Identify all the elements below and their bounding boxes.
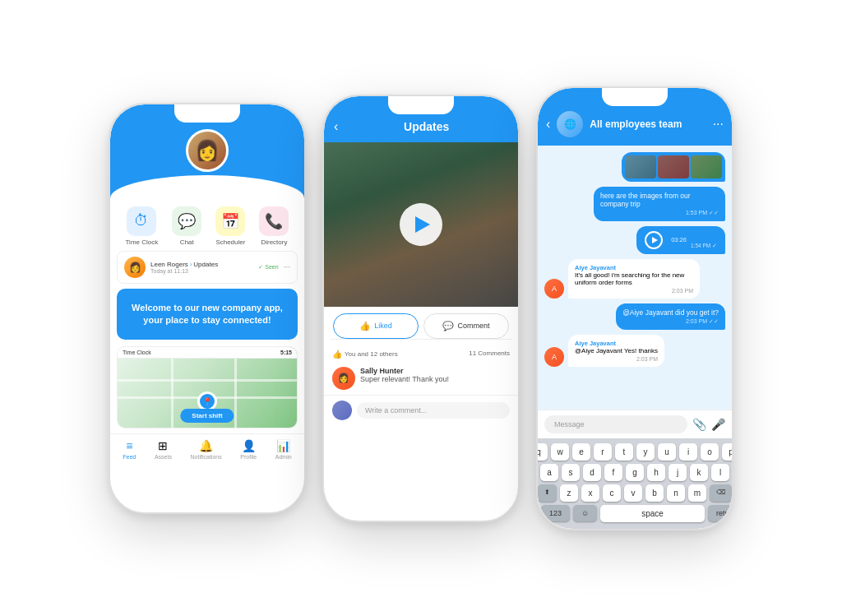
key-v[interactable]: v xyxy=(624,484,642,502)
keyboard-row-3: ⬆ z x c v b n m ⌫ xyxy=(541,484,729,502)
chat-icon: 💬 xyxy=(172,206,201,236)
img-thumb-1 xyxy=(625,155,656,178)
space-key[interactable]: space xyxy=(600,505,705,522)
feed-seen: ✓ Seen xyxy=(258,264,278,271)
keyboard-row-2: a s d f g h j k l xyxy=(541,464,729,481)
key-p[interactable]: p xyxy=(722,443,732,461)
play-button[interactable] xyxy=(400,203,442,246)
nav-assets[interactable]: ⊞ Assets xyxy=(155,439,172,460)
key-e[interactable]: e xyxy=(572,443,590,461)
p3-message-input[interactable]: Message xyxy=(544,415,687,433)
p2-page-title: Updates xyxy=(345,120,508,133)
key-m[interactable]: m xyxy=(688,484,706,502)
mic-icon[interactable]: 🎤 xyxy=(711,418,725,431)
key-i[interactable]: i xyxy=(679,443,697,461)
time-clock-label: Time Clock xyxy=(126,239,159,246)
shift-key[interactable]: ⬆ xyxy=(538,484,557,502)
nav-profile[interactable]: 👤 Profile xyxy=(240,439,257,460)
delete-key[interactable]: ⌫ xyxy=(710,484,732,502)
p1-user-avatar: 👩 xyxy=(186,129,229,172)
scheduler-icon-item[interactable]: 📅 Scheduler xyxy=(215,206,245,246)
key-z[interactable]: z xyxy=(560,484,578,502)
time-clock-icon: ⏱ xyxy=(127,206,156,236)
notch-1 xyxy=(174,104,240,123)
group-avatar: 🌐 xyxy=(557,111,583,137)
nav-feed[interactable]: ≡ Feed xyxy=(123,439,136,460)
notch-3 xyxy=(602,88,668,106)
return-key[interactable]: return xyxy=(708,505,732,521)
sent-msg-2: @Aiye Jayavant did you get it? 2:03 PM ✓… xyxy=(616,303,725,330)
msg-images-row xyxy=(544,152,725,182)
img-thumb-2 xyxy=(658,155,689,178)
emoji-key[interactable]: ☺ xyxy=(573,505,597,521)
admin-nav-icon: 📊 xyxy=(276,439,290,452)
key-y[interactable]: y xyxy=(636,443,655,461)
phone-1: 👩 ⏱ Time Clock 💬 Chat 📅 Scheduler xyxy=(109,103,306,514)
key-d[interactable]: d xyxy=(583,464,601,481)
key-t[interactable]: t xyxy=(615,443,633,461)
comment-button[interactable]: 💬 Comment xyxy=(423,313,509,339)
p2-back-button[interactable]: ‹ xyxy=(334,119,338,134)
feed-item[interactable]: 👩 Leen Rogers › Updates Today at 11:13 ✓… xyxy=(117,251,298,284)
key-c[interactable]: c xyxy=(603,484,621,502)
recv-msg-2-row: A Aiye Jayavant @Aiye Jayavant Yes! than… xyxy=(544,335,725,367)
p2-stats: 👍 You and 12 others 11 Comments xyxy=(324,346,518,362)
key-n[interactable]: n xyxy=(667,484,685,502)
key-a[interactable]: a xyxy=(540,464,558,481)
phone-2: ‹ Updates 👍 Liked 💬 C xyxy=(322,95,520,522)
key-g[interactable]: g xyxy=(626,464,644,481)
write-comment-input[interactable]: Write a comment... xyxy=(357,402,510,419)
key-h[interactable]: h xyxy=(647,464,665,481)
key-f[interactable]: f xyxy=(604,464,622,481)
key-j[interactable]: j xyxy=(669,464,687,481)
feed-user-name: Leen Rogers › Updates xyxy=(150,261,218,268)
feed-options-dots[interactable]: ··· xyxy=(284,262,290,271)
likes-icon: 👍 xyxy=(332,350,342,359)
directory-icon-item[interactable]: 📞 Directory xyxy=(259,206,289,246)
banner-text: Welcome to our new company app, your pla… xyxy=(127,302,288,327)
feed-user-avatar: 👩 xyxy=(124,257,146,278)
comment-text: Super relevant! Thank you! xyxy=(360,375,449,383)
key-k[interactable]: k xyxy=(690,464,708,481)
comments-count: 11 Comments xyxy=(469,350,510,359)
keyboard-row-1: q w e r t y u i o p xyxy=(541,443,729,461)
nav-notifications[interactable]: 🔔 Notifications xyxy=(191,439,222,460)
key-l[interactable]: l xyxy=(711,464,729,481)
directory-icon: 📞 xyxy=(259,206,289,236)
nav-admin[interactable]: 📊 Admin xyxy=(275,439,292,460)
p2-video-player[interactable] xyxy=(324,142,518,307)
num-key[interactable]: 123 xyxy=(541,505,570,521)
play-triangle-icon xyxy=(415,216,430,233)
key-x[interactable]: x xyxy=(581,484,599,502)
time-clock-icon-item[interactable]: ⏱ Time Clock xyxy=(126,206,159,246)
img-thumb-3 xyxy=(691,155,722,178)
key-q[interactable]: q xyxy=(538,443,548,461)
audio-play-button[interactable] xyxy=(645,231,663,249)
like-button[interactable]: 👍 Liked xyxy=(333,313,419,339)
start-shift-button[interactable]: Start shift xyxy=(180,409,234,423)
phone-3: ‹ 🌐 All employees team ··· xyxy=(536,86,733,530)
like-icon: 👍 xyxy=(359,321,371,331)
like-label: Liked xyxy=(374,322,392,330)
key-r[interactable]: r xyxy=(594,443,612,461)
profile-nav-label: Profile xyxy=(240,454,257,460)
chat-icon-item[interactable]: 💬 Chat xyxy=(172,206,201,246)
p3-back-button[interactable]: ‹ xyxy=(546,117,550,132)
recv-msg-2: Aiye Jayavant @Aiye Jayavant Yes! thanks… xyxy=(568,335,664,367)
sent-audio-row: 03:26 1:54 PM ✓ xyxy=(544,226,725,254)
key-u[interactable]: u xyxy=(658,443,676,461)
key-o[interactable]: o xyxy=(701,443,719,461)
key-b[interactable]: b xyxy=(645,484,664,502)
key-w[interactable]: w xyxy=(551,443,569,461)
p3-options-button[interactable]: ··· xyxy=(713,117,724,132)
comment-icon: 💬 xyxy=(442,321,454,331)
key-s[interactable]: s xyxy=(562,464,580,481)
keyboard-bottom-row: 123 ☺ space return xyxy=(541,505,729,522)
write-comment-avatar xyxy=(332,401,352,420)
feed-nav-label: Feed xyxy=(123,454,136,460)
msg-images-bubble xyxy=(622,152,725,182)
attach-icon[interactable]: 📎 xyxy=(692,418,706,431)
audio-play-icon xyxy=(652,237,658,243)
audio-duration: 03:26 xyxy=(671,236,687,243)
time-clock-map[interactable]: Time Clock 5:15 📍 Start shift xyxy=(117,346,298,428)
